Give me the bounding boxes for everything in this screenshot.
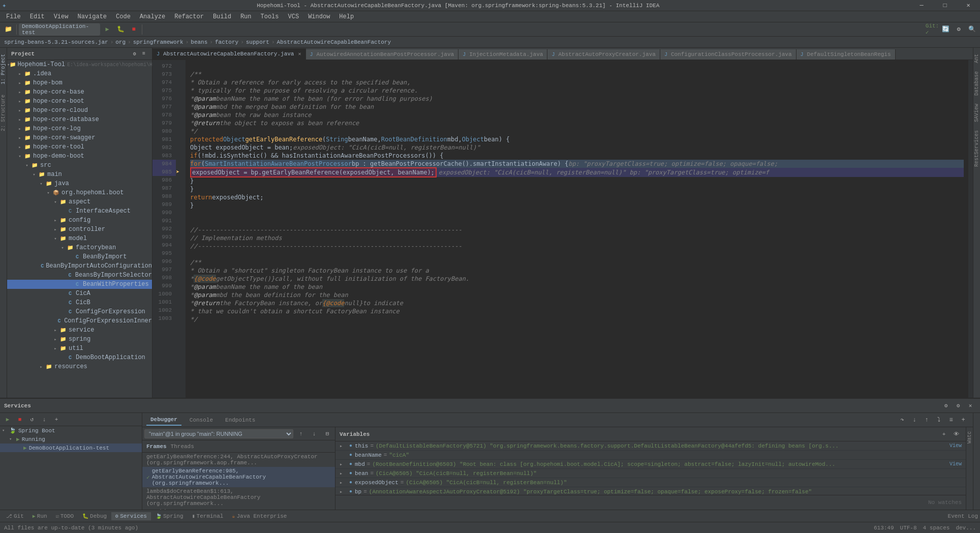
gear-icon[interactable]: ⚙ [953, 400, 964, 411]
editor-scrollbar-vertical[interactable] [968, 60, 973, 398]
tab-default-singleton[interactable]: J DefaultSingletonBeanRegis [797, 49, 896, 60]
watches-tab[interactable]: Watс [966, 427, 973, 448]
terminal-tab-btn[interactable]: ▮ Terminal [188, 512, 228, 520]
tree-item-idea[interactable]: ▸ 📁 .idea [7, 69, 152, 78]
run-button[interactable]: ▶ [101, 23, 113, 36]
menu-item-view[interactable]: View [50, 12, 73, 21]
git-status[interactable]: Git: ✓ [926, 23, 938, 36]
add-watch-btn[interactable]: + [958, 414, 969, 426]
statusbar-vcs[interactable]: dev... [956, 525, 976, 531]
database-tab[interactable]: Database [973, 67, 980, 100]
run-tab-btn[interactable]: ▶ Run [28, 512, 51, 520]
close-button[interactable]: ✕ [957, 0, 980, 11]
tree-item-util[interactable]: ▸ 📁 util [7, 344, 152, 353]
stop-button[interactable]: ■ [128, 23, 140, 36]
tree-item-hope-demo-boot[interactable]: ▾ 📁 hope-demo-boot [7, 152, 152, 161]
tree-item-java[interactable]: ▾ 📁 java [7, 179, 152, 188]
frame-0[interactable]: getEarlyBeanReference:244, AbstractAutoP… [142, 453, 335, 467]
tree-item-beanbyimport[interactable]: C BeanByImport [7, 252, 152, 261]
tab-abstractautowire[interactable]: J AbstractAutowireCapableBeanFactory.jav… [152, 48, 306, 60]
breadcrumb-org[interactable]: org [115, 39, 126, 45]
tree-item-config[interactable]: ▸ 📁 config [7, 216, 152, 225]
menu-item-help[interactable]: Help [335, 12, 358, 21]
tree-item-interface-aspect[interactable]: C InterfaceAspect [7, 206, 152, 216]
tree-item-configforexpressioninner[interactable]: C ConfigForExpressionInner [7, 316, 152, 325]
services-tab-btn[interactable]: ⚙ Services [111, 512, 151, 520]
sidebar-settings[interactable]: ⚙ [131, 50, 139, 58]
threads-tab[interactable]: Threads [171, 443, 194, 450]
tree-item-hope-bom[interactable]: ▸ 📁 hope-bom [7, 78, 152, 87]
todo-tab-btn[interactable]: ☑ TODO [52, 512, 78, 520]
frames-tab[interactable]: Frames [146, 443, 167, 450]
view-link-mbd[interactable]: View [950, 461, 962, 467]
menu-item-analyze[interactable]: Analyze [136, 12, 169, 21]
tree-item-main[interactable]: ▾ 📁 main [7, 170, 152, 179]
var-bp[interactable]: ▸ ● bp = (AnnotationAwareAspectJAutoProx… [335, 487, 966, 495]
search-button[interactable]: 🔍 [966, 23, 978, 36]
breadcrumb-factory[interactable]: factory [215, 39, 238, 45]
tree-item-controller[interactable]: ▸ 📁 controller [7, 225, 152, 234]
tab-autowired-annotation[interactable]: J AutowiredAnnotationBeanPostProcessor.j… [306, 49, 459, 60]
tree-item-hope-core-cloud[interactable]: ▸ 📁 hope-core-cloud [7, 106, 152, 115]
add-watch-var-btn[interactable]: + [938, 429, 950, 440]
menu-item-refactor[interactable]: Refactor [170, 12, 208, 21]
var-this[interactable]: ▸ ● this = (DefaultListableBeanFactory@5… [335, 441, 966, 451]
scroll-end-btn[interactable]: ↓ [39, 414, 50, 425]
statusbar-indent[interactable]: 4 spaces [923, 525, 950, 531]
step-over-btn[interactable]: ↷ [897, 414, 908, 426]
frame-1[interactable]: ✓ getEarlyBeanReference:985, AbstractAut… [142, 467, 335, 487]
ant-tab[interactable]: Ant [973, 50, 980, 67]
menu-item-edit[interactable]: Edit [26, 12, 49, 21]
maximize-button[interactable]: □ [933, 0, 957, 11]
settings-button[interactable]: ⚙ [953, 23, 965, 36]
tree-item-resources[interactable]: ▸ 📁 resources [7, 362, 152, 371]
run-config-selector[interactable]: DemoBootApplication-test [19, 23, 100, 36]
menu-item-vcs[interactable]: VCS [284, 12, 303, 21]
menu-item-run[interactable]: Run [236, 12, 256, 21]
code-content[interactable]: /** * Obtain a reference for early acces… [186, 60, 968, 398]
var-beanname[interactable]: ● beanName = "cicA" [335, 451, 966, 460]
menu-item-build[interactable]: Build [209, 12, 235, 21]
tree-item-beansbyimportselector[interactable]: C BeansByImportSelector [7, 271, 152, 280]
step-up-btn[interactable]: ↑ [295, 428, 307, 439]
menu-item-file[interactable]: File [2, 12, 25, 21]
code-editor[interactable]: 972 973 974 975 976 977 978 979 980 981 … [152, 60, 973, 398]
tree-item-beanwithproperties[interactable]: C BeanWithProperties [7, 280, 152, 289]
menu-item-navigate[interactable]: Navigate [73, 12, 111, 21]
restservices-tab[interactable]: RestServices [973, 126, 980, 171]
tree-item-hope-core-log[interactable]: ▸ 📁 hope-core-log [7, 124, 152, 133]
close-icon[interactable]: ✕ [965, 400, 976, 411]
debugger-tab[interactable]: Debugger [146, 414, 181, 426]
tree-item-factorybean[interactable]: ▾ 📁 factorybean [7, 243, 152, 252]
breadcrumb-springframework[interactable]: springframework [133, 39, 183, 45]
tree-item-hopehomi-tool[interactable]: ▾ 📁 Hopehomi-Tool E:\idea-workspace\hope… [7, 60, 152, 69]
git-tab-btn[interactable]: ⎇ Git [2, 512, 28, 520]
console-tab[interactable]: Console [186, 415, 217, 425]
service-running[interactable]: ▾ ▶ Running [0, 435, 142, 443]
tree-item-configforexpression[interactable]: C ConfigForExpression [7, 307, 152, 316]
tree-item-hope-core-tool[interactable]: ▸ 📁 hope-core-tool [7, 142, 152, 152]
evaluate-btn[interactable]: ≡ [945, 414, 957, 426]
var-bean[interactable]: ▸ ● bean = (CicA@6505) "CicA(cicB=null, … [335, 469, 966, 478]
minimize-button[interactable]: — [910, 0, 933, 11]
var-mbd[interactable]: ▸ ● mbd = (RootBeanDefinition@6503) "Roo… [335, 460, 966, 469]
java-enterprise-tab-btn[interactable]: ☕ Java Enterprise [228, 512, 291, 520]
run-to-cursor-btn[interactable]: ⤵ [933, 414, 944, 426]
project-button[interactable]: 📁 [2, 23, 14, 36]
statusbar-position[interactable]: 613:49 [874, 525, 894, 531]
frame-2[interactable]: lambda$doCreateBean$1:613, AbstractAutow… [142, 487, 335, 508]
endpoints-tab[interactable]: Endpoints [221, 415, 259, 425]
project-tab[interactable]: 1: Project [0, 50, 7, 88]
view-link[interactable]: View [950, 443, 962, 449]
statusbar-encoding[interactable]: UTF-8 [900, 525, 917, 531]
tab-close[interactable]: ✕ [298, 51, 301, 57]
tab-abstract-autoproxy[interactable]: J AbstractAutoProxyCreator.java [547, 49, 660, 60]
tab-config-class[interactable]: J ConfigurationClassPostProcessor.java [660, 49, 797, 60]
tree-item-spring[interactable]: ▸ 📁 spring [7, 335, 152, 344]
tree-item-demobootapplication[interactable]: C DemoBootApplication [7, 353, 152, 362]
watches-btn[interactable]: 👁 [951, 429, 962, 440]
tree-item-hope-core-base[interactable]: ▸ 📁 hope-core-base [7, 87, 152, 97]
spring-tab-btn[interactable]: 🍃 Spring [151, 512, 188, 520]
structure-tab[interactable]: 2: Structure [0, 91, 7, 135]
event-log[interactable]: Event Log [948, 513, 978, 519]
